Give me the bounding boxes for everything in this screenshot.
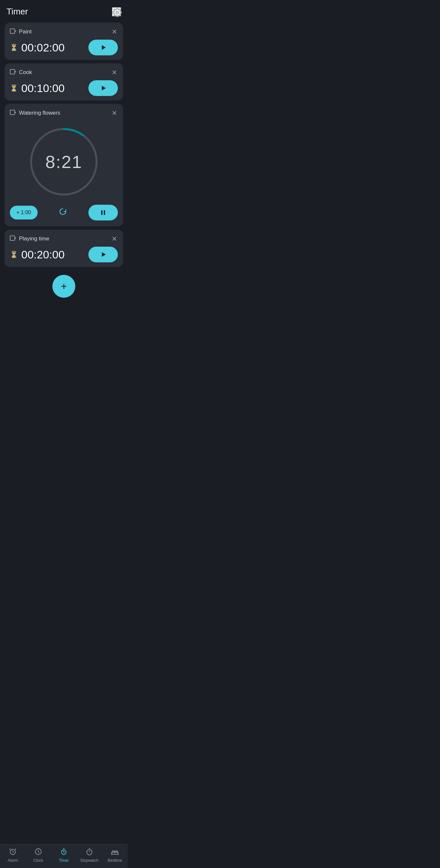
timer-display-cook: 00:10:00	[21, 82, 64, 95]
timer-time-paint: ⏳ 00:02:00	[10, 41, 64, 54]
add-timer-button[interactable]: +	[52, 275, 75, 298]
timer-card-watering: Watering flowers ✕ 8:21 + 1:00	[5, 104, 123, 226]
app-header: Timer	[0, 0, 128, 20]
timer-label-row-playing: Playing time	[10, 236, 50, 242]
circle-progress-container: 8:21	[10, 124, 118, 199]
tag-icon-watering	[10, 110, 17, 116]
svg-rect-1	[10, 29, 15, 33]
timer-card-cook: Cook ✕ ⏳ 00:10:00	[5, 63, 123, 100]
svg-marker-4	[102, 86, 106, 90]
svg-point-0	[116, 11, 119, 13]
svg-rect-10	[10, 236, 15, 241]
tag-icon-cook	[10, 69, 17, 76]
play-paint-button[interactable]	[88, 40, 118, 55]
timers-list: Paint ✕ ⏳ 00:02:00	[0, 20, 128, 270]
pause-button[interactable]	[88, 205, 118, 220]
timer-body-cook: ⏳ 00:10:00	[10, 80, 118, 96]
timer-label-row-paint: Paint	[10, 29, 32, 35]
close-watering-button[interactable]: ✕	[111, 108, 118, 118]
svg-rect-3	[10, 69, 15, 74]
timer-header-paint: Paint ✕	[10, 27, 118, 36]
timer-header-watering: Watering flowers ✕	[10, 108, 118, 118]
timer-header-cook: Cook ✕	[10, 68, 118, 77]
fab-container: +	[0, 270, 128, 301]
timer-body-playing: ⏳ 00:20:00	[10, 247, 118, 262]
timer-name-watering: Watering flowers	[19, 110, 60, 116]
settings-button[interactable]	[112, 7, 121, 17]
tag-icon-playing	[10, 236, 17, 242]
timer-name-paint: Paint	[19, 29, 32, 35]
timer-display-playing: 00:20:00	[21, 248, 64, 261]
active-controls-watering: + 1:00	[10, 205, 118, 220]
close-cook-button[interactable]: ✕	[111, 68, 118, 77]
tag-icon-paint	[10, 29, 17, 35]
svg-rect-8	[101, 210, 102, 215]
timer-label-row-watering: Watering flowers	[10, 110, 60, 116]
svg-rect-5	[10, 110, 15, 115]
hourglass-icon-paint: ⏳	[10, 43, 18, 52]
svg-rect-9	[104, 210, 105, 215]
close-paint-button[interactable]: ✕	[111, 27, 118, 36]
svg-marker-2	[102, 45, 106, 50]
hourglass-icon-cook: ⏳	[10, 84, 18, 92]
timer-name-cook: Cook	[19, 69, 32, 76]
svg-marker-11	[102, 252, 106, 257]
add-time-button[interactable]: + 1:00	[10, 206, 38, 219]
page-title: Timer	[6, 6, 28, 17]
reset-button[interactable]	[58, 207, 67, 218]
play-cook-button[interactable]	[88, 80, 118, 96]
timer-header-playing: Playing time ✕	[10, 234, 118, 243]
active-timer-display: 8:21	[45, 152, 82, 172]
timer-card-playing: Playing time ✕ ⏳ 00:20:00	[5, 229, 123, 267]
hourglass-icon-playing: ⏳	[10, 251, 18, 258]
timer-time-playing: ⏳ 00:20:00	[10, 248, 64, 261]
timer-display-paint: 00:02:00	[21, 41, 64, 54]
timer-name-playing: Playing time	[19, 236, 50, 242]
timer-card-paint: Paint ✕ ⏳ 00:02:00	[5, 23, 123, 60]
close-playing-button[interactable]: ✕	[111, 234, 118, 243]
play-playing-button[interactable]	[88, 247, 118, 262]
timer-body-paint: ⏳ 00:02:00	[10, 40, 118, 55]
timer-label-row-cook: Cook	[10, 69, 32, 76]
timer-time-cook: ⏳ 00:10:00	[10, 82, 64, 95]
